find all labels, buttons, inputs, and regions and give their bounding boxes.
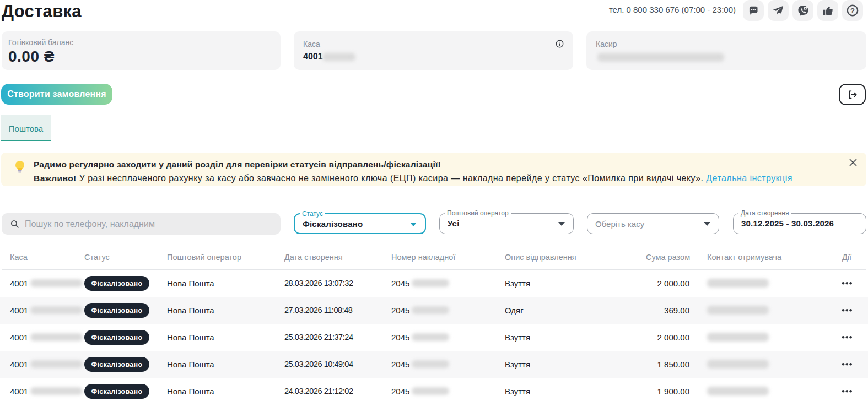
svg-text:?: ?: [850, 7, 855, 15]
